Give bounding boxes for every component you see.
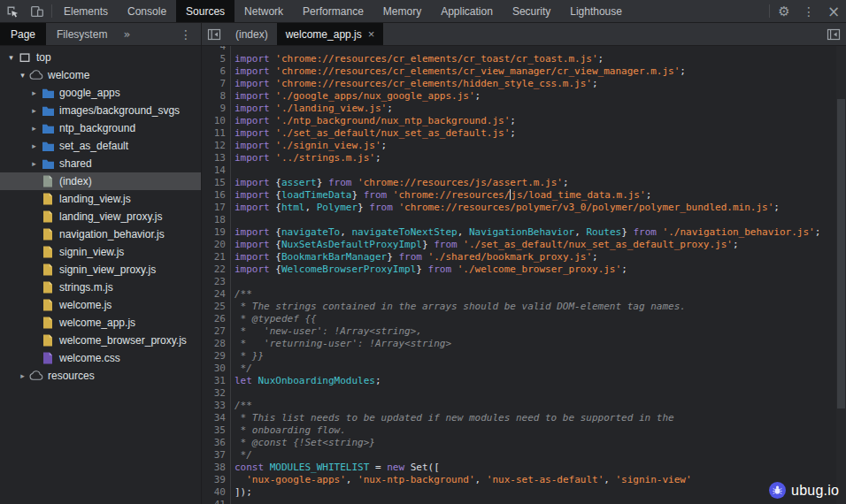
line-content[interactable]: import 'chrome://resources/cr_elements/c… [231,53,604,65]
line-content[interactable]: import {html, Polymer} from 'chrome://re… [231,202,780,214]
code-line-23[interactable]: 23 [203,276,846,288]
tree-item-signin-view-js[interactable]: signin_view.js [0,243,201,261]
code-line-10[interactable]: 10import './ntp_background/nux_ntp_backg… [203,115,846,127]
line-content[interactable]: let NuxOnboardingModules; [231,375,381,387]
line-content[interactable]: 'nux-google-apps', 'nux-ntp-background',… [231,474,692,486]
line-number[interactable]: 25 [203,301,231,313]
code-line-28[interactable]: 28 * 'returning-user': !Array<string> [203,338,846,350]
line-number[interactable]: 32 [203,387,231,400]
line-number[interactable]: 16 [203,189,231,202]
line-content[interactable]: import './set_as_default/nux_set_as_defa… [231,127,516,140]
line-number[interactable]: 22 [203,263,231,276]
line-number[interactable]: 28 [203,338,231,350]
tab-memory[interactable]: Memory [373,0,431,22]
hide-navigator-icon[interactable] [202,23,227,45]
line-content[interactable] [231,387,235,400]
editor-tab-index[interactable]: (index) [227,23,277,45]
tree-item-landing-view-js[interactable]: landing_view.js [0,190,201,208]
line-content[interactable]: /** [231,288,252,301]
line-number[interactable]: 13 [203,152,231,164]
tree-item-welcome-browser-proxy-js[interactable]: welcome_browser_proxy.js [0,332,201,349]
editor-tab-welcome-app-js[interactable]: welcome_app.js× [277,23,384,45]
line-number[interactable]: 6 [203,65,231,78]
line-content[interactable]: ]); [231,486,252,499]
line-number[interactable]: 8 [203,90,231,103]
line-number[interactable]: 26 [203,313,231,325]
tree-item-images-background-svgs[interactable]: ▸images/background_svgs [0,102,201,119]
chevron-right-icon[interactable]: ▸ [28,88,40,97]
code-line-26[interactable]: 26 * @typedef {{ [203,313,846,325]
tree-item-ntp-background[interactable]: ▸ntp_background [0,119,201,137]
line-number[interactable]: 39 [203,474,231,486]
code-line-37[interactable]: 37 */ [203,449,846,462]
code-line-32[interactable]: 32 [203,387,846,400]
line-number[interactable]: 29 [203,350,231,363]
line-content[interactable]: const MODULES_WHITELIST = new Set([ [231,462,440,474]
line-content[interactable]: /** [231,400,252,412]
tree-item-strings-m-js[interactable]: strings.m.js [0,279,201,296]
code-line-25[interactable]: 25 * The strings contained in the arrays… [203,301,846,313]
line-content[interactable] [231,46,235,53]
tab-lighthouse[interactable]: Lighthouse [560,0,632,22]
code-line-39[interactable]: 39 'nux-google-apps', 'nux-ntp-backgroun… [203,474,846,486]
code-line-35[interactable]: 35 * onboarding flow. [203,424,846,437]
line-number[interactable]: 19 [203,226,231,239]
tab-console[interactable]: Console [118,0,176,22]
line-content[interactable]: import 'chrome://resources/cr_elements/h… [231,78,598,90]
line-number[interactable]: 35 [203,424,231,437]
line-number[interactable]: 37 [203,449,231,462]
line-content[interactable]: import './landing_view.js'; [231,103,393,115]
line-content[interactable]: import 'chrome://resources/cr_elements/c… [231,65,686,78]
tree-item-shared[interactable]: ▸shared [0,155,201,172]
line-content[interactable]: * @const {!Set<string>} [231,437,375,449]
line-number[interactable]: 5 [203,53,231,65]
line-number[interactable]: 34 [203,412,231,424]
code-line-5[interactable]: 5import 'chrome://resources/cr_elements/… [203,53,846,65]
chevron-down-icon[interactable]: ▾ [17,71,28,80]
line-content[interactable] [231,499,235,504]
code-line-13[interactable]: 13import '../strings.m.js'; [203,152,846,164]
line-number[interactable]: 9 [203,103,231,115]
chevron-right-icon[interactable]: ▸ [28,124,40,133]
line-content[interactable]: import {NuxSetAsDefaultProxyImpl} from '… [231,239,739,251]
line-content[interactable] [231,164,235,177]
code-line-11[interactable]: 11import './set_as_default/nux_set_as_de… [203,127,846,140]
code-line-33[interactable]: 33/** [203,400,846,412]
line-number[interactable]: 41 [203,499,231,504]
code-line-41[interactable]: 41 [203,499,846,504]
line-number[interactable]: 15 [203,177,231,189]
code-line-38[interactable]: 38const MODULES_WHITELIST = new Set([ [203,462,846,474]
code-line-20[interactable]: 20import {NuxSetAsDefaultProxyImpl} from… [203,239,846,251]
code-line-7[interactable]: 7import 'chrome://resources/cr_elements/… [203,78,846,90]
line-content[interactable]: * }} [231,350,264,363]
tree-item-landing-view-proxy-js[interactable]: landing_view_proxy.js [0,208,201,225]
tree-item-set-as-default[interactable]: ▸set_as_default [0,137,201,155]
line-content[interactable]: import {WelcomeBrowserProxyImpl} from '.… [231,263,627,276]
tree-item-top[interactable]: ▾top [0,49,201,66]
tree-item-google-apps[interactable]: ▸google_apps [0,84,201,102]
line-content[interactable]: import './ntp_background/nux_ntp_backgro… [231,115,516,127]
line-number[interactable]: 17 [203,202,231,214]
line-number[interactable]: 33 [203,400,231,412]
code-line-34[interactable]: 34 * This list needs to be updated if ne… [203,412,846,424]
chevron-right-icon[interactable]: ▸ [28,159,40,168]
line-number[interactable]: 14 [203,164,231,177]
code-line-8[interactable]: 8import './google_apps/nux_google_apps.j… [203,90,846,103]
line-number[interactable]: 20 [203,239,231,251]
line-content[interactable]: * 'returning-user': !Array<string> [231,338,451,350]
tree-item-welcome-app-js[interactable]: welcome_app.js [0,314,201,332]
line-content[interactable]: import {assert} from 'chrome://resources… [231,177,569,189]
code-line-9[interactable]: 9import './landing_view.js'; [203,103,846,115]
line-number[interactable]: 4 [203,46,231,53]
tab-elements[interactable]: Elements [54,0,118,22]
line-content[interactable]: * The strings contained in the arrays sh… [231,301,686,313]
line-content[interactable]: import './signin_view.js'; [231,140,387,152]
line-content[interactable]: import './google_apps/nux_google_apps.js… [231,90,481,103]
chevron-right-icon[interactable]: ▸ [17,371,28,380]
code-line-30[interactable]: 30 */ [203,363,846,375]
more-tabs-icon[interactable]: » [118,23,135,45]
tree-item-welcome[interactable]: ▾welcome [0,66,201,84]
line-content[interactable]: import {navigateTo, navigateToNextStep, … [231,226,820,239]
code-line-29[interactable]: 29 * }} [203,350,846,363]
code-line-24[interactable]: 24/** [203,288,846,301]
